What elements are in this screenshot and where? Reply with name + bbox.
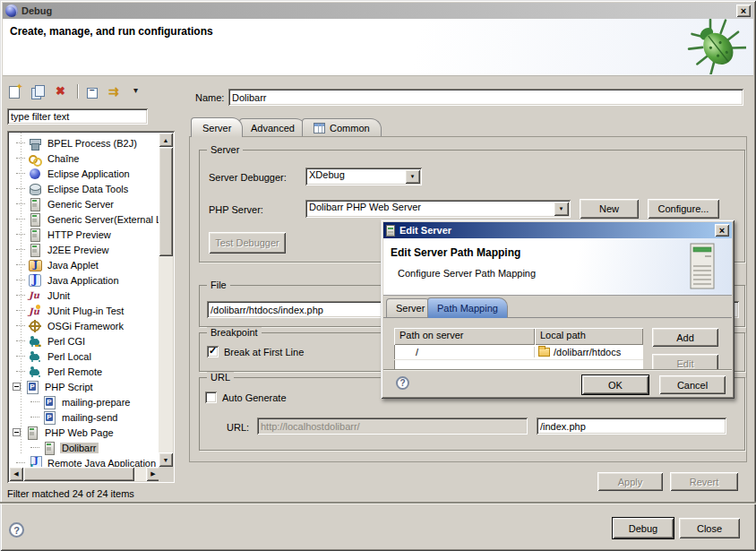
path-on-server-cell: / [394, 347, 535, 357]
tree-connector [16, 310, 25, 311]
tree-item[interactable]: OSGi Framework [9, 318, 159, 333]
tree-connector [16, 371, 25, 372]
configurations-tree: BPEL Process (B2J)ChaîneEclipse Applicat… [7, 131, 175, 483]
tree-item[interactable]: JUnit [9, 288, 159, 303]
close-button[interactable]: Close [679, 518, 740, 538]
edit-button-label: Edit [677, 358, 694, 369]
configure-button[interactable]: Configure... [648, 199, 719, 219]
php-server-select[interactable]: Dolibarr PHP Web Server ▼ [305, 200, 571, 218]
dropdown-arrow-icon[interactable]: ▼ [554, 202, 569, 216]
scroll-down-icon[interactable]: ▼ [159, 452, 173, 467]
dropdown-arrow-icon[interactable]: ▼ [405, 169, 420, 184]
vertical-scroll-thumb[interactable] [159, 147, 173, 256]
debug-button[interactable]: Debug [613, 518, 674, 538]
tab-advanced[interactable]: Advanced [239, 118, 306, 137]
name-label: Name: [195, 92, 224, 103]
new-configuration-icon[interactable] [7, 84, 23, 99]
collapse-expander-icon[interactable] [13, 383, 21, 391]
server-icon [28, 212, 42, 227]
tree-item[interactable]: PHP Script [9, 379, 159, 394]
tree-item[interactable]: J2EE Preview [9, 242, 159, 257]
tree-item[interactable]: Perl CGI [9, 333, 159, 349]
tree-item[interactable]: BPEL Process (B2J) [9, 135, 159, 151]
tree-connector [16, 340, 25, 341]
tree-horizontal-scrollbar[interactable]: ◀ ▶ [9, 467, 160, 481]
menu-dropdown-icon[interactable] [132, 84, 148, 99]
column-path-on-server: Path on server [394, 328, 535, 345]
tree-item[interactable]: HTTP Preview [9, 227, 159, 242]
tree-item[interactable]: Remote Java Application [9, 455, 159, 467]
tree-toolbar [7, 81, 177, 102]
eclipse-icon [5, 4, 18, 17]
tree-item[interactable]: Java Applet [9, 257, 159, 272]
new-server-button[interactable]: New [580, 199, 639, 219]
dialog-titlebar: Edit Server × [383, 222, 732, 238]
scroll-up-icon[interactable]: ▲ [159, 133, 173, 147]
help-icon[interactable]: ? [9, 522, 24, 538]
tab-server[interactable]: Server [191, 117, 243, 137]
filter-icon[interactable] [108, 84, 125, 99]
tree-item[interactable]: Java Application [9, 272, 159, 288]
tree-item-label: Perl Remote [46, 366, 104, 377]
test-debugger-button[interactable]: Test Debugger [209, 232, 286, 254]
horizontal-scroll-thumb[interactable] [23, 467, 134, 481]
tree-item-label: mailing-send [60, 412, 119, 423]
tree-item[interactable]: Generic Server(External La [9, 211, 159, 227]
tree-item[interactable]: Chaîne [9, 151, 159, 166]
delete-icon[interactable] [54, 84, 70, 99]
php-server-label: PHP Server: [209, 204, 263, 215]
cancel-button-label: Cancel [677, 380, 708, 391]
server-debugger-select[interactable]: XDebug ▼ [305, 168, 422, 185]
cancel-button[interactable]: Cancel [659, 375, 726, 394]
server-debugger-value: XDebug [305, 168, 403, 185]
tree-item[interactable]: Perl Local [9, 349, 159, 364]
server-icon [28, 243, 42, 257]
auto-generate-checkbox[interactable] [205, 392, 217, 403]
filter-input[interactable] [7, 108, 148, 125]
tree-item-label: Chaîne [46, 153, 81, 164]
dialog-help-icon[interactable]: ? [396, 376, 409, 390]
revert-button[interactable]: Revert [670, 472, 738, 491]
tree-connector [16, 280, 25, 280]
tree-item-label: Eclipse Application [46, 168, 132, 179]
tab-common[interactable]: Common [302, 118, 382, 137]
dialog-close-icon[interactable]: × [715, 224, 729, 237]
tree-item[interactable]: Perl Remote [9, 364, 159, 379]
scroll-left-icon[interactable]: ◀ [9, 467, 23, 481]
collapse-all-icon[interactable] [85, 84, 101, 99]
tree-item-label: mailing-prepare [60, 397, 132, 408]
window-close-icon[interactable]: × [736, 4, 751, 17]
tree-item[interactable]: Eclipse Data Tools [9, 181, 159, 196]
tree-connector [16, 295, 25, 296]
tree-connector [16, 264, 25, 265]
tree-connector [16, 188, 25, 189]
apply-button[interactable]: Apply [597, 472, 663, 491]
tree-item[interactable]: mailing-send [9, 409, 159, 425]
tree-item-label: Perl CGI [46, 336, 87, 347]
collapse-expander-icon[interactable] [13, 428, 21, 436]
dialog-tab-path-mapping[interactable]: Path Mapping [427, 297, 508, 318]
tree-vertical-scrollbar[interactable]: ▲ ▼ [159, 133, 173, 467]
footer-separator [0, 502, 756, 504]
dialog-tab-path-mapping-label: Path Mapping [437, 303, 498, 314]
tree-item[interactable]: PHP Web Page [9, 425, 159, 440]
path-mapping-row[interactable]: //dolibarr/htdocs [394, 345, 643, 360]
tree-connector [30, 417, 39, 418]
ok-button[interactable]: OK [582, 375, 649, 394]
break-first-line-checkbox[interactable] [207, 346, 219, 357]
debug-bug-icon [687, 19, 746, 74]
java-icon [28, 273, 42, 288]
tree-item[interactable]: Dolibarr [9, 440, 159, 455]
name-input[interactable] [228, 89, 743, 106]
url-path-input[interactable] [537, 418, 726, 435]
php-icon [42, 395, 56, 409]
url-group-legend: URL [207, 372, 234, 383]
tree-item[interactable]: Generic Server [9, 196, 159, 211]
duplicate-icon[interactable] [30, 84, 47, 99]
path-mapping-table: Path on server Local path //dolibarr/htd… [394, 328, 643, 369]
auto-generate-label: Auto Generate [222, 392, 287, 403]
tree-item[interactable]: Eclipse Application [9, 166, 159, 181]
add-mapping-button[interactable]: Add [652, 328, 718, 347]
tree-item[interactable]: JUnit Plug-in Test [9, 303, 159, 318]
tree-item[interactable]: mailing-prepare [9, 394, 159, 409]
